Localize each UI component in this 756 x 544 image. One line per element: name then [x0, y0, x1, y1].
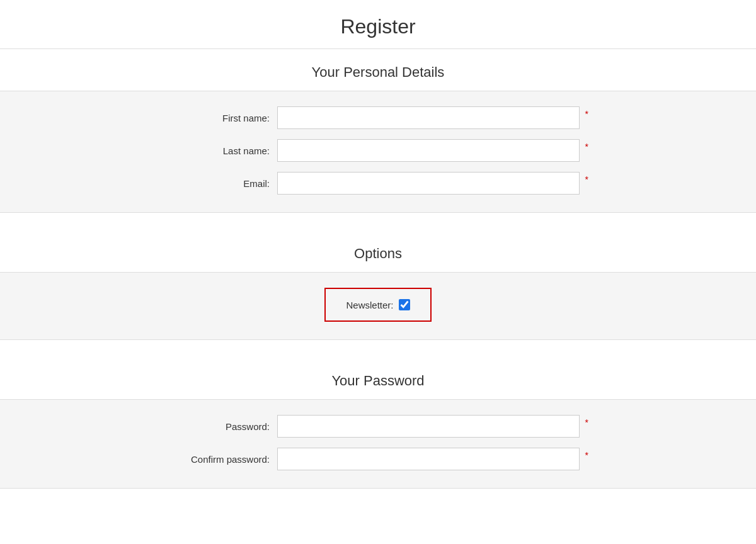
confirm-password-required: * [585, 450, 588, 460]
newsletter-wrapper: Newsletter: [0, 288, 756, 322]
last-name-input-wrapper: * [277, 139, 580, 162]
first-name-input-wrapper: * [277, 106, 580, 129]
options-body: Newsletter: [0, 273, 756, 340]
page-title: Register [0, 0, 756, 49]
email-input[interactable] [277, 172, 580, 195]
personal-details-title: Your Personal Details [0, 49, 756, 91]
last-name-group: Last name: * [0, 139, 756, 162]
email-required: * [585, 174, 588, 184]
password-label: Password: [176, 421, 277, 432]
first-name-required: * [585, 109, 588, 119]
last-name-required: * [585, 142, 588, 152]
password-required: * [585, 417, 588, 428]
page-container: Register Your Personal Details First nam… [0, 0, 756, 489]
email-input-wrapper: * [277, 172, 580, 195]
password-input[interactable] [277, 415, 580, 438]
newsletter-checkbox[interactable] [399, 299, 410, 310]
confirm-password-group: Confirm password: * [0, 448, 756, 470]
options-section: Options Newsletter: [0, 230, 756, 340]
personal-details-body: First name: * Last name: * Email: * [0, 91, 756, 213]
first-name-label: First name: [176, 113, 277, 123]
spacer-1 [0, 213, 756, 230]
options-title: Options [0, 230, 756, 273]
last-name-label: Last name: [176, 145, 277, 156]
email-label: Email: [176, 178, 277, 189]
newsletter-label: Newsletter: [346, 300, 393, 310]
password-section: Your Password Password: * Confirm passwo… [0, 358, 756, 489]
password-body: Password: * Confirm password: * [0, 400, 756, 489]
confirm-password-label: Confirm password: [176, 454, 277, 465]
spacer-2 [0, 340, 756, 358]
last-name-input[interactable] [277, 139, 580, 162]
first-name-group: First name: * [0, 106, 756, 129]
first-name-input[interactable] [277, 106, 580, 129]
confirm-password-input[interactable] [277, 448, 580, 470]
password-group: Password: * [0, 415, 756, 438]
password-input-wrapper: * [277, 415, 580, 438]
password-title: Your Password [0, 358, 756, 400]
confirm-password-input-wrapper: * [277, 448, 580, 470]
newsletter-box: Newsletter: [324, 288, 431, 322]
personal-details-section: Your Personal Details First name: * Last… [0, 49, 756, 213]
email-group: Email: * [0, 172, 756, 195]
